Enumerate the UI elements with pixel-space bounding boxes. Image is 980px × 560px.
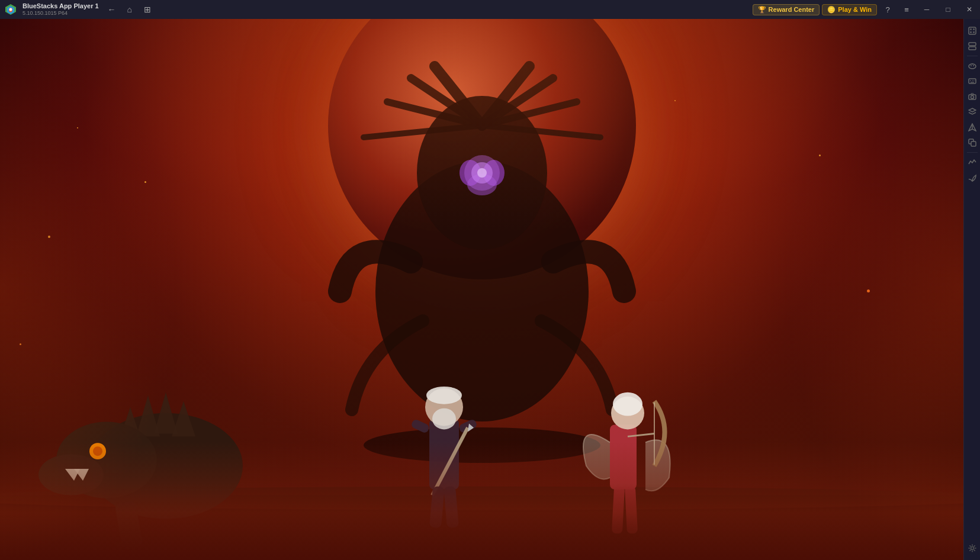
home-button[interactable]: ⌂ (121, 1, 138, 18)
titlebar-nav: ← ⌂ ⊞ (104, 1, 156, 18)
ember-4 (819, 155, 821, 156)
app-logo (0, 0, 21, 19)
svg-point-72 (971, 96, 973, 99)
sidebar-icon-home[interactable] (965, 24, 979, 38)
svg-point-78 (971, 547, 973, 550)
svg-rect-55 (969, 27, 976, 34)
app-info: BlueStacks App Player 1 5.10.150.1015 P6… (23, 2, 99, 17)
svg-point-40 (432, 408, 456, 430)
minimize-button[interactable]: ─ (917, 0, 936, 19)
help-button[interactable]: ? (879, 1, 896, 18)
svg-rect-41 (410, 419, 430, 434)
sidebar-icon-controller[interactable] (965, 59, 979, 73)
tabs-button[interactable]: ⊞ (139, 1, 156, 18)
svg-rect-56 (970, 28, 972, 30)
app-name: BlueStacks App Player 1 (23, 2, 99, 10)
main-content (0, 19, 963, 560)
svg-marker-73 (969, 108, 976, 112)
svg-rect-59 (973, 31, 975, 33)
svg-point-64 (973, 65, 974, 66)
play-win-button[interactable]: 🪙 Play & Win (822, 4, 877, 15)
sidebar-icon-grid[interactable] (965, 39, 979, 53)
sidebar-bottom-settings[interactable] (965, 541, 979, 555)
svg-marker-26 (154, 392, 178, 434)
play-win-label: Play & Win (838, 6, 872, 13)
titlebar-right-controls: 🏆 Reward Center 🪙 Play & Win ? ≡ ─ □ ✕ (753, 0, 979, 19)
sidebar-icon-eco[interactable] (965, 170, 979, 185)
sidebar-icon-layers[interactable] (965, 105, 979, 119)
ember-2 (77, 127, 78, 128)
svg-point-62 (969, 64, 976, 69)
sidebar-icon-keyboard[interactable] (965, 74, 979, 88)
svg-point-3 (9, 8, 12, 11)
svg-rect-61 (969, 47, 976, 50)
reward-center-button[interactable]: 🏆 Reward Center (753, 4, 820, 15)
reward-center-label: Reward Center (769, 6, 815, 13)
svg-rect-58 (970, 31, 972, 33)
svg-point-63 (971, 65, 972, 66)
sidebar-divider-2 (967, 152, 978, 153)
app-version: 5.10.150.1015 P64 (23, 10, 99, 17)
reward-center-icon: 🏆 (758, 6, 766, 14)
sidebar-icon-macro[interactable] (965, 120, 979, 134)
sidebar-divider-1 (967, 56, 978, 56)
maximize-button[interactable]: □ (939, 0, 957, 19)
menu-button[interactable]: ≡ (898, 1, 915, 18)
game-scene (0, 19, 963, 560)
svg-point-39 (426, 387, 462, 404)
sidebar-icon-performance[interactable] (965, 155, 979, 169)
ember-3 (48, 236, 50, 238)
svg-rect-77 (971, 141, 976, 146)
bluestacks-logo-icon (4, 3, 17, 16)
svg-point-49 (613, 392, 642, 416)
play-win-icon: 🪙 (827, 6, 836, 14)
game-canvas[interactable] (0, 19, 963, 560)
back-button[interactable]: ← (104, 1, 120, 18)
close-button[interactable]: ✕ (960, 0, 979, 19)
svg-rect-57 (973, 28, 975, 30)
titlebar: BlueStacks App Player 1 5.10.150.1015 P6… (0, 0, 980, 19)
sidebar-icon-camera[interactable] (965, 89, 979, 104)
svg-rect-66 (969, 79, 976, 83)
sidebar-icon-instance[interactable] (965, 136, 979, 150)
ember-5 (674, 100, 676, 101)
ember-1 (144, 181, 146, 183)
svg-point-19 (477, 168, 487, 178)
ground-fog (0, 442, 963, 560)
right-sidebar (963, 19, 980, 560)
svg-rect-60 (969, 43, 976, 46)
